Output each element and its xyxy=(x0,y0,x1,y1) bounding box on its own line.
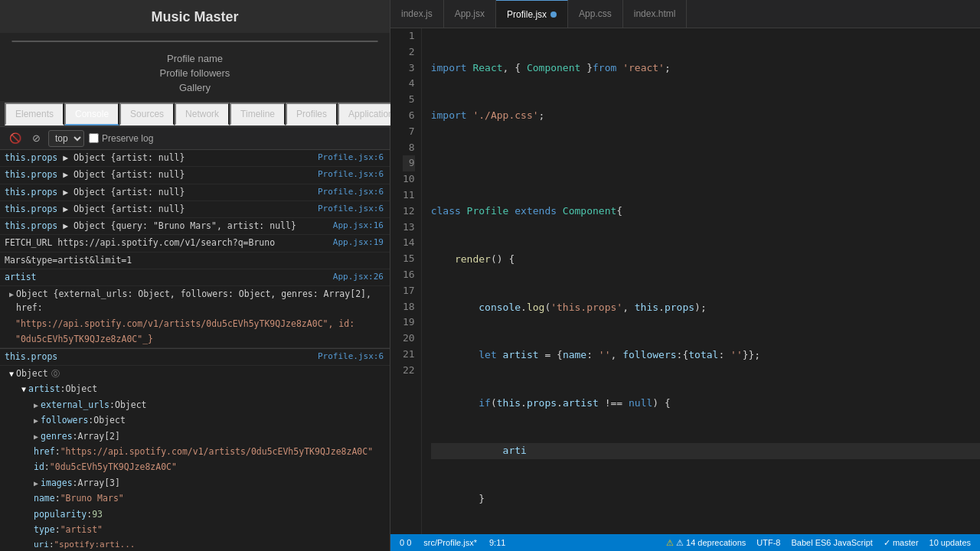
line-numbers: 12345 678910 1112131415 1617181920 2122 xyxy=(390,28,422,534)
code-line-2: import './App.css'; xyxy=(431,108,980,124)
tab-network[interactable]: Network xyxy=(175,103,230,126)
search-button[interactable]: 🔍 xyxy=(348,41,377,42)
right-panel: index.js App.jsx Profile.jsx App.css ind… xyxy=(390,0,980,551)
tab-console[interactable]: Console xyxy=(64,103,119,126)
tab-label: Profile.jsx xyxy=(507,9,547,20)
tab-modified-indicator xyxy=(550,11,557,18)
tree-item: "https://api.spotify.com/v1/artists/0du5… xyxy=(0,316,390,331)
tree-item-type: type: "artist" xyxy=(0,522,390,537)
code-line-6: console.log('this.props', this.props); xyxy=(431,300,980,316)
this-props-row: this.props Profile.jsx:6 xyxy=(0,348,390,366)
tab-label: App.css xyxy=(579,8,612,19)
gallery-link[interactable]: Gallery xyxy=(179,82,211,93)
code-area[interactable]: 12345 678910 1112131415 1617181920 2122 … xyxy=(390,28,980,534)
tree-item-uri: uri: "spotify:arti... xyxy=(0,537,390,551)
code-line-4: class Profile extends Component { xyxy=(431,204,980,220)
tab-elements[interactable]: Elements xyxy=(5,103,64,126)
encoding-status: UTF-8 xyxy=(756,538,780,548)
tree-item-followers: ▶ followers: Object xyxy=(0,412,390,428)
console-row: FETCH_URL https://api.spotify.com/v1/sea… xyxy=(0,235,390,252)
tree-item-images: ▶ images: Array[3] xyxy=(0,475,390,491)
console-row: this.props ▶ Object {artist: null} Profi… xyxy=(0,201,390,218)
console-output[interactable]: this.props ▶ Object {artist: null} Profi… xyxy=(0,150,390,551)
profile-name-link[interactable]: Profile name xyxy=(167,53,223,64)
devtools-toolbar: 🚫 ⊘ top Preserve log xyxy=(0,127,390,150)
tree-item-popularity: popularity: 93 xyxy=(0,507,390,522)
error-indicator: 0 0 xyxy=(400,538,411,547)
tab-label: App.jsx xyxy=(455,8,485,19)
tree-item-id: id: "0du5cEVh5yTK9QJze8zA0C" xyxy=(0,459,390,474)
tree-item-external: ▶ external_urls: Object xyxy=(0,397,390,412)
tab-sources[interactable]: Sources xyxy=(119,103,175,126)
console-row: this.props ▶ Object {artist: null} Profi… xyxy=(0,184,390,201)
tree-item-artist: ▼ artist: Object xyxy=(0,381,390,396)
branch-status: ✓ master xyxy=(884,538,919,548)
updates-status: 10 updates xyxy=(929,538,971,548)
tree-item-name: name: "Bruno Mars" xyxy=(0,491,390,506)
code-line-5: render() { xyxy=(431,252,980,268)
preserve-log-text: Preserve log xyxy=(102,133,153,144)
tab-profiles[interactable]: Profiles xyxy=(286,103,338,126)
console-row: artist App.jsx:26 xyxy=(0,269,390,286)
tab-app-css[interactable]: App.css xyxy=(568,0,623,28)
tab-index-js[interactable]: index.js xyxy=(390,0,444,28)
devtools-tabs: Elements Console Sources Network Timelin… xyxy=(0,101,390,127)
tree-item-href: href: "https://api.spotify.com/v1/artist… xyxy=(0,444,390,459)
app-title: Music Master xyxy=(0,0,390,33)
cursor-pos-status: 9:11 xyxy=(489,538,505,547)
search-bar: 🔍 xyxy=(11,41,378,42)
tab-timeline[interactable]: Timeline xyxy=(230,103,286,126)
code-line-8: if (this.props.artist !== null) { xyxy=(431,396,980,412)
file-path-status: src/Profile.jsx* xyxy=(423,538,477,547)
code-line-1: import React, { Component } from 'react'… xyxy=(431,60,980,77)
tab-index-html[interactable]: index.html xyxy=(623,0,688,28)
clear-console-button[interactable]: 🚫 xyxy=(6,131,24,145)
object-tree-block: ▶ Object {external_urls: Object, followe… xyxy=(0,286,390,348)
code-line-3 xyxy=(431,156,980,172)
preserve-log-checkbox[interactable] xyxy=(89,133,99,143)
deprecation-warnings: ⚠ ⚠ 14 deprecations xyxy=(666,538,746,548)
profile-followers-link[interactable]: Profile followers xyxy=(160,67,230,79)
log-level-select[interactable]: top xyxy=(48,130,84,147)
preserve-log-label[interactable]: Preserve log xyxy=(89,133,153,144)
devtools-panel: Elements Console Sources Network Timelin… xyxy=(0,101,390,551)
code-line-7: let artist = {name: '', followers: {tota… xyxy=(431,347,980,364)
tree-item-genres: ▶ genres: Array[2] xyxy=(0,429,390,444)
console-row: Mars&type=artist&limit=1 xyxy=(0,253,390,269)
tab-profile-jsx[interactable]: Profile.jsx xyxy=(496,0,568,28)
tab-label: index.js xyxy=(401,8,433,19)
warning-icon: ⚠ xyxy=(666,538,674,547)
console-row: this.props ▶ Object {artist: null} Profi… xyxy=(0,167,390,184)
code-line-10: } xyxy=(431,491,980,507)
profile-links: Profile name Profile followers Gallery xyxy=(0,48,390,101)
tree-item-object: ▼ Object ⓪ xyxy=(0,366,390,382)
console-row: this.props ▶ Object {query: "Bruno Mars"… xyxy=(0,218,390,235)
console-row: this.props ▶ Object {artist: null} Profi… xyxy=(0,150,390,167)
tab-app-jsx[interactable]: App.jsx xyxy=(444,0,496,28)
tree-item: "0du5cEVh5yTK9QJze8zA0C"_} xyxy=(0,331,390,347)
tab-label: index.html xyxy=(634,8,676,19)
language-status: Babel ES6 JavaScript xyxy=(791,538,872,548)
code-line-9: arti xyxy=(431,443,980,459)
statusbar-right: ⚠ ⚠ 14 deprecations UTF-8 Babel ES6 Java… xyxy=(666,538,971,548)
tree-item: ▶ Object {external_urls: Object, followe… xyxy=(0,286,390,316)
editor-statusbar: 0 0 src/Profile.jsx* 9:11 ⚠ ⚠ 14 depreca… xyxy=(390,534,980,551)
editor-tabs: index.js App.jsx Profile.jsx App.css ind… xyxy=(390,0,980,28)
filter-toggle-button[interactable]: ⊘ xyxy=(29,131,44,145)
left-panel: Music Master 🔍 Profile name Profile foll… xyxy=(0,0,390,551)
code-content[interactable]: import React, { Component } from 'react'… xyxy=(422,28,980,534)
search-input[interactable] xyxy=(12,41,348,42)
